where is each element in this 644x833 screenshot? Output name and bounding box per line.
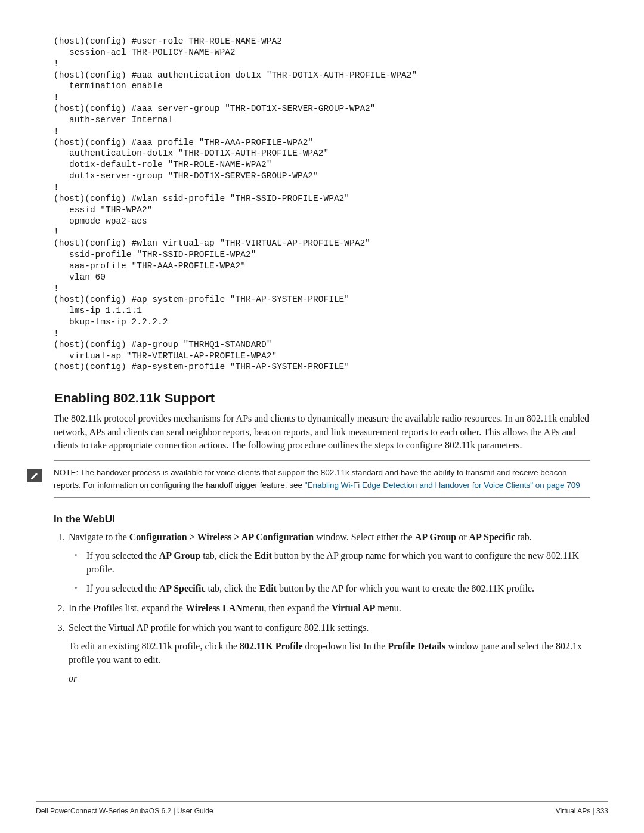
ap-specific-label: AP Specific [469,532,516,542]
step-1: Navigate to the Configuration > Wireless… [67,530,590,595]
subheading-webui: In the WebUI [54,513,590,525]
note-callout: NOTE: The handover process is available … [54,460,590,498]
edit-button-label: Edit [259,583,277,593]
footer-left: Dell PowerConnect W-Series ArubaOS 6.2 |… [36,807,213,815]
footer-right: Virtual APs | 333 [556,807,608,815]
virtual-ap-menu: Virtual AP [332,603,376,613]
80211k-profile-dropdown: 802.11K Profile [240,641,302,651]
profile-details-pane: Profile Details [388,641,445,651]
document-page: (host)(config) #user-role THR-ROLE-NAME-… [0,0,644,833]
note-pencil-icon [27,469,42,482]
webui-steps: Navigate to the Configuration > Wireless… [54,530,590,686]
step-1-bullet-2: If you selected the AP Specific tab, cli… [79,581,590,595]
step-3-or: or [69,671,590,685]
step-2: In the Profiles list, expand the Wireles… [67,601,590,615]
section-heading-80211k: Enabling 802.11k Support [54,391,590,406]
step-1-bullet-1: If you selected the AP Group tab, click … [79,549,590,576]
wireless-lan-menu: Wireless LAN [185,603,243,613]
cli-config-code: (host)(config) #user-role THR-ROLE-NAME-… [54,36,590,373]
note-icon-container [16,465,54,482]
intro-paragraph: The 802.11k protocol provides mechanisms… [54,412,590,452]
page-footer: Dell PowerConnect W-Series ArubaOS 6.2 |… [36,801,608,815]
step-1-bullets: If you selected the AP Group tab, click … [69,549,590,595]
ap-group-label: AP Group [415,532,457,542]
note-cross-reference-link[interactable]: "Enabling Wi-Fi Edge Detection and Hando… [305,481,580,490]
breadcrumb-path: Configuration > Wireless > AP Configurat… [129,532,314,542]
note-text: NOTE: The handover process is available … [54,465,590,494]
edit-button-label: Edit [254,550,271,561]
step-3: Select the Virtual AP profile for which … [67,621,590,686]
